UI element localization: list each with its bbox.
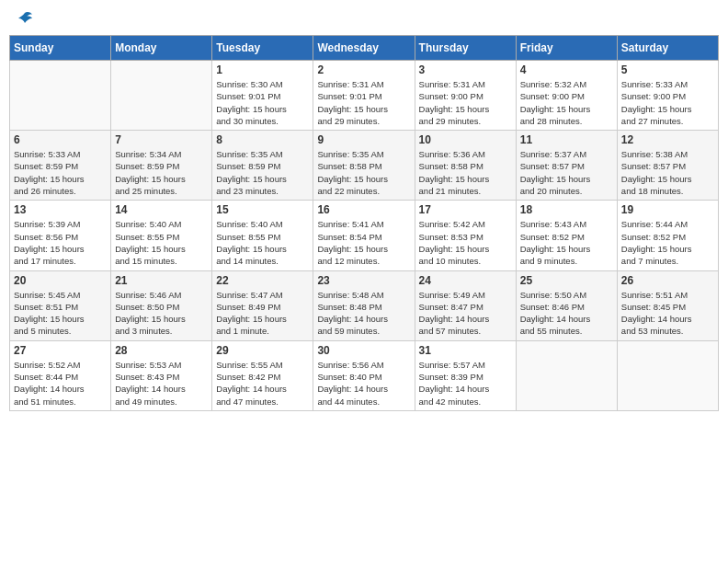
day-info: Sunrise: 5:45 AM Sunset: 8:51 PM Dayligh… [14,289,107,338]
calendar-cell: 31Sunrise: 5:57 AM Sunset: 8:39 PM Dayli… [415,340,516,410]
weekday-header-row: SundayMondayTuesdayWednesdayThursdayFrid… [10,36,719,61]
calendar-cell: 23Sunrise: 5:48 AM Sunset: 8:48 PM Dayli… [313,270,415,340]
day-number: 2 [317,63,410,76]
day-info: Sunrise: 5:32 AM Sunset: 9:00 PM Dayligh… [520,78,613,127]
day-number: 21 [115,274,208,287]
day-info: Sunrise: 5:57 AM Sunset: 8:39 PM Dayligh… [419,359,512,408]
weekday-header-wednesday: Wednesday [313,36,415,61]
calendar-cell: 26Sunrise: 5:51 AM Sunset: 8:45 PM Dayli… [617,270,718,340]
calendar-cell [10,61,111,131]
calendar-cell: 24Sunrise: 5:49 AM Sunset: 8:47 PM Dayli… [415,270,516,340]
weekday-header-sunday: Sunday [10,36,111,61]
day-number: 13 [14,203,107,216]
day-info: Sunrise: 5:48 AM Sunset: 8:48 PM Dayligh… [317,289,410,338]
page-header [9,9,719,28]
day-number: 14 [115,203,208,216]
calendar-week-row: 20Sunrise: 5:45 AM Sunset: 8:51 PM Dayli… [10,270,719,340]
calendar-cell: 11Sunrise: 5:37 AM Sunset: 8:57 PM Dayli… [516,131,617,201]
day-number: 1 [216,63,309,76]
day-info: Sunrise: 5:35 AM Sunset: 8:59 PM Dayligh… [216,148,309,197]
calendar-cell: 14Sunrise: 5:40 AM Sunset: 8:55 PM Dayli… [111,201,212,270]
calendar-cell: 30Sunrise: 5:56 AM Sunset: 8:40 PM Dayli… [313,340,415,410]
day-number: 23 [317,274,410,287]
calendar-week-row: 13Sunrise: 5:39 AM Sunset: 8:56 PM Dayli… [10,201,719,270]
day-number: 25 [520,274,613,287]
day-info: Sunrise: 5:40 AM Sunset: 8:55 PM Dayligh… [115,218,208,267]
day-number: 4 [520,63,613,76]
day-info: Sunrise: 5:33 AM Sunset: 9:00 PM Dayligh… [621,78,714,127]
day-number: 11 [520,133,613,146]
calendar-cell: 1Sunrise: 5:30 AM Sunset: 9:01 PM Daylig… [212,61,313,131]
day-info: Sunrise: 5:31 AM Sunset: 9:01 PM Dayligh… [317,78,410,127]
calendar-cell: 29Sunrise: 5:55 AM Sunset: 8:42 PM Dayli… [212,340,313,410]
calendar-cell: 27Sunrise: 5:52 AM Sunset: 8:44 PM Dayli… [10,340,111,410]
day-number: 24 [419,274,512,287]
calendar-cell: 5Sunrise: 5:33 AM Sunset: 9:00 PM Daylig… [617,61,718,131]
calendar-cell: 10Sunrise: 5:36 AM Sunset: 8:58 PM Dayli… [415,131,516,201]
day-info: Sunrise: 5:43 AM Sunset: 8:52 PM Dayligh… [520,218,613,267]
calendar-cell: 3Sunrise: 5:31 AM Sunset: 9:00 PM Daylig… [415,61,516,131]
day-info: Sunrise: 5:49 AM Sunset: 8:47 PM Dayligh… [419,289,512,338]
weekday-header-tuesday: Tuesday [212,36,313,61]
calendar-cell: 13Sunrise: 5:39 AM Sunset: 8:56 PM Dayli… [10,201,111,270]
calendar-cell: 18Sunrise: 5:43 AM Sunset: 8:52 PM Dayli… [516,201,617,270]
day-info: Sunrise: 5:55 AM Sunset: 8:42 PM Dayligh… [216,359,309,408]
day-number: 5 [621,63,714,76]
day-number: 10 [419,133,512,146]
calendar-cell: 7Sunrise: 5:34 AM Sunset: 8:59 PM Daylig… [111,131,212,201]
day-number: 15 [216,203,309,216]
day-number: 28 [115,344,208,357]
day-info: Sunrise: 5:41 AM Sunset: 8:54 PM Dayligh… [317,218,410,267]
calendar-week-row: 6Sunrise: 5:33 AM Sunset: 8:59 PM Daylig… [10,131,719,201]
day-number: 27 [14,344,107,357]
calendar-cell: 17Sunrise: 5:42 AM Sunset: 8:53 PM Dayli… [415,201,516,270]
calendar-cell: 2Sunrise: 5:31 AM Sunset: 9:01 PM Daylig… [313,61,415,131]
day-info: Sunrise: 5:35 AM Sunset: 8:58 PM Dayligh… [317,148,410,197]
calendar-cell: 28Sunrise: 5:53 AM Sunset: 8:43 PM Dayli… [111,340,212,410]
day-number: 3 [419,63,512,76]
day-info: Sunrise: 5:40 AM Sunset: 8:55 PM Dayligh… [216,218,309,267]
day-info: Sunrise: 5:31 AM Sunset: 9:00 PM Dayligh… [419,78,512,127]
day-number: 9 [317,133,410,146]
weekday-header-thursday: Thursday [415,36,516,61]
day-info: Sunrise: 5:46 AM Sunset: 8:50 PM Dayligh… [115,289,208,338]
calendar-table: SundayMondayTuesdayWednesdayThursdayFrid… [9,35,719,411]
day-number: 20 [14,274,107,287]
calendar-cell: 15Sunrise: 5:40 AM Sunset: 8:55 PM Dayli… [212,201,313,270]
day-info: Sunrise: 5:34 AM Sunset: 8:59 PM Dayligh… [115,148,208,197]
calendar-cell: 8Sunrise: 5:35 AM Sunset: 8:59 PM Daylig… [212,131,313,201]
day-number: 16 [317,203,410,216]
day-info: Sunrise: 5:44 AM Sunset: 8:52 PM Dayligh… [621,218,714,267]
day-info: Sunrise: 5:33 AM Sunset: 8:59 PM Dayligh… [14,148,107,197]
day-info: Sunrise: 5:53 AM Sunset: 8:43 PM Dayligh… [115,359,208,408]
day-info: Sunrise: 5:52 AM Sunset: 8:44 PM Dayligh… [14,359,107,408]
day-info: Sunrise: 5:39 AM Sunset: 8:56 PM Dayligh… [14,218,107,267]
day-number: 7 [115,133,208,146]
day-number: 30 [317,344,410,357]
day-info: Sunrise: 5:36 AM Sunset: 8:58 PM Dayligh… [419,148,512,197]
day-info: Sunrise: 5:37 AM Sunset: 8:57 PM Dayligh… [520,148,613,197]
day-number: 31 [419,344,512,357]
calendar-cell: 4Sunrise: 5:32 AM Sunset: 9:00 PM Daylig… [516,61,617,131]
calendar-cell [111,61,212,131]
calendar-cell: 19Sunrise: 5:44 AM Sunset: 8:52 PM Dayli… [617,201,718,270]
calendar-cell: 12Sunrise: 5:38 AM Sunset: 8:57 PM Dayli… [617,131,718,201]
calendar-cell: 16Sunrise: 5:41 AM Sunset: 8:54 PM Dayli… [313,201,415,270]
day-info: Sunrise: 5:50 AM Sunset: 8:46 PM Dayligh… [520,289,613,338]
day-number: 19 [621,203,714,216]
logo-bird-icon [16,9,34,28]
calendar-week-row: 27Sunrise: 5:52 AM Sunset: 8:44 PM Dayli… [10,340,719,410]
day-number: 17 [419,203,512,216]
day-number: 29 [216,344,309,357]
logo [14,9,34,28]
day-number: 12 [621,133,714,146]
day-number: 18 [520,203,613,216]
weekday-header-friday: Friday [516,36,617,61]
calendar-cell: 20Sunrise: 5:45 AM Sunset: 8:51 PM Dayli… [10,270,111,340]
calendar-cell: 22Sunrise: 5:47 AM Sunset: 8:49 PM Dayli… [212,270,313,340]
calendar-cell: 6Sunrise: 5:33 AM Sunset: 8:59 PM Daylig… [10,131,111,201]
day-info: Sunrise: 5:30 AM Sunset: 9:01 PM Dayligh… [216,78,309,127]
calendar-cell: 21Sunrise: 5:46 AM Sunset: 8:50 PM Dayli… [111,270,212,340]
weekday-header-monday: Monday [111,36,212,61]
calendar-cell: 9Sunrise: 5:35 AM Sunset: 8:58 PM Daylig… [313,131,415,201]
